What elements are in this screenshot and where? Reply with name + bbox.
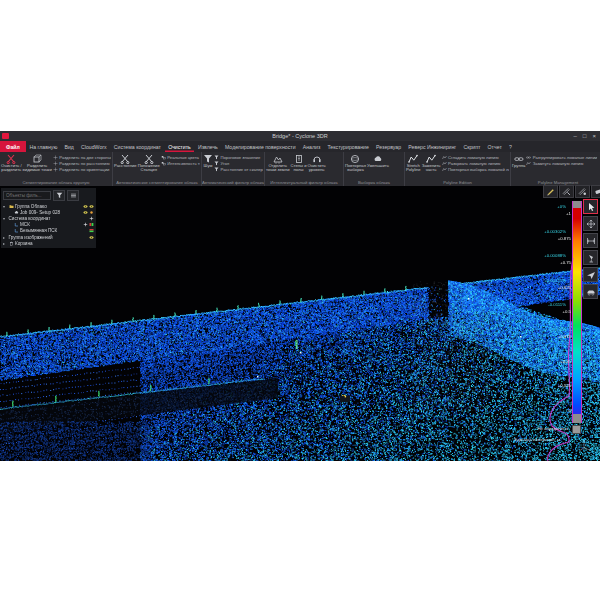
ribbon-button[interactable]: Шум xyxy=(203,153,213,168)
tree-expander-icon[interactable]: ▾ xyxy=(3,204,7,209)
menu-tab-15[interactable]: ? xyxy=(505,141,515,152)
cross-icon[interactable] xyxy=(83,222,88,227)
pencil-icon[interactable] xyxy=(543,185,558,198)
ribbon-button-small[interactable]: Расстояние от сканера xyxy=(214,167,263,172)
eye-icon[interactable] xyxy=(83,210,88,215)
ribbon-button-small-label: Реальные цвета xyxy=(167,155,199,160)
menu-tab-7[interactable]: Извлечь xyxy=(194,141,221,152)
tree-item[interactable]: ▸Корзина xyxy=(3,240,95,246)
tree-item-badges xyxy=(83,210,96,215)
ribbon-group-label: Сегментирование облака вручную xyxy=(0,179,112,186)
ribbon-group-7: ГруппаРазгруппировать ломаные линииЗамкн… xyxy=(511,152,600,186)
viewport-3d[interactable]: ▾Группа ОблакоJob 009- Setup 028▾Система… xyxy=(0,186,600,461)
menu-tab-6[interactable]: Очистить xyxy=(165,141,195,152)
split-icon xyxy=(53,155,58,160)
scale-percent-label: +0.00302% xyxy=(526,229,566,234)
move-icon[interactable] xyxy=(583,216,598,231)
ribbon-button[interactable]: Группа xyxy=(512,153,525,168)
menu-tab-11[interactable]: Резервуар xyxy=(372,141,404,152)
scale-value-label: +0.5 xyxy=(531,309,571,314)
lamp-icon[interactable] xyxy=(583,250,598,265)
ribbon-button-label: Группа xyxy=(512,164,525,168)
menu-tab-14[interactable]: Отчет xyxy=(484,141,505,152)
tree-item-label: Безымянная ПСК xyxy=(20,228,57,233)
menu-tab-3[interactable]: Вид xyxy=(61,141,78,152)
menu-tab-2[interactable]: На главную xyxy=(26,141,61,152)
ribbon-button[interactable]: Положение Станция xyxy=(138,153,160,173)
ribbon-button-label: Положение Станция xyxy=(138,164,160,173)
ribbon-group-items: ГруппаРазгруппировать ломаные линииЗамкн… xyxy=(511,152,600,179)
poly-s-icon xyxy=(526,161,531,166)
ribbon-button-small[interactable]: Интенсивность тона xyxy=(161,161,200,166)
tree-item-label: Job 009- Setup 028 xyxy=(20,210,60,215)
ribbon-button-small[interactable]: Реальные цвета xyxy=(161,155,200,160)
ribbon-button-small[interactable]: Повторная выборка ломаной линии xyxy=(442,167,510,172)
ribbon-button-small-label: Повторная выборка ломаной линии xyxy=(448,167,509,172)
ribbon-button-small[interactable]: Разделить на две стороны xyxy=(53,155,111,160)
tree-expander-icon[interactable]: ▸ xyxy=(3,235,7,240)
menu-tab-5[interactable]: Система координат xyxy=(110,141,164,152)
ribbon-button[interactable]: Стены и полы xyxy=(291,153,307,173)
eye-icon[interactable] xyxy=(89,204,94,209)
ribbon-button-small[interactable]: Замкнуть ломаную линию xyxy=(526,161,597,166)
hamburger-menu-icon[interactable] xyxy=(67,190,79,201)
menu-tab-13[interactable]: Скрипт xyxy=(460,141,484,152)
ribbon-button-small-label: Разделить на две стороны xyxy=(59,155,111,160)
ribbon-button[interactable]: Уменьшить xyxy=(367,153,389,168)
ribbon-button[interactable]: Заменить часть xyxy=(422,153,441,173)
ribbon-button-small[interactable]: Разгруппировать ломаные линии xyxy=(526,155,597,160)
ribbon-button-label: Разделить видимые точки xyxy=(23,164,52,173)
ribbon-button-small-label: Разгруппировать ломаные линии xyxy=(533,155,598,160)
ribbon-button[interactable]: Расстояние xyxy=(114,153,137,168)
ribbon-button-small[interactable]: Разделить по расстоянию xyxy=(53,161,111,166)
select-cursor-icon[interactable] xyxy=(583,199,598,214)
minimize-button[interactable]: – xyxy=(574,133,577,139)
filter-icon[interactable] xyxy=(53,190,65,201)
menu-tab-1[interactable]: Файл xyxy=(0,141,26,152)
eye-icon[interactable] xyxy=(83,204,88,209)
menu-tab-4[interactable]: CloudWorx xyxy=(77,141,110,152)
fly-icon[interactable] xyxy=(583,267,598,282)
ribbon-group-items: Повторная выборкаУменьшить xyxy=(344,152,404,179)
menu-tab-10[interactable]: Текстурирование xyxy=(324,141,373,152)
eye-icon[interactable] xyxy=(89,235,94,240)
scale-percent-label: +0.00088% xyxy=(526,253,566,258)
eraser-icon[interactable] xyxy=(591,185,600,198)
scale-value-label: +1 xyxy=(531,211,571,216)
cross-icon[interactable] xyxy=(89,216,94,221)
ribbon-button[interactable]: Очистить уровень xyxy=(308,153,326,173)
menu-tab-8[interactable]: Моделирование поверхности xyxy=(221,141,299,152)
ribbon-button-label: Расстояние xyxy=(114,164,137,168)
ribbon-group-items: Очистить / разделитьРазделить видимые то… xyxy=(0,152,112,179)
tree-item-badges xyxy=(89,216,95,221)
ribbon-group-items: Отделить точки землиСтены и полыОчистить… xyxy=(265,152,343,179)
ribbon-button[interactable]: Stretch Polyline xyxy=(406,153,421,173)
ribbon-button-small[interactable]: Разорвать ломаную линию xyxy=(442,161,510,166)
ribbon-button[interactable]: Разделить видимые точки xyxy=(23,153,52,173)
measure-a-icon[interactable] xyxy=(559,185,574,198)
ribbon-button-label: Отделить точки земли xyxy=(266,164,290,173)
measure-b-icon[interactable] xyxy=(575,185,590,198)
ribbon-button-small[interactable]: Сгладить ломаную линию xyxy=(442,155,510,160)
measure-width-icon[interactable] xyxy=(583,233,598,248)
ribbon-button-small[interactable]: Пороговое значение xyxy=(214,155,263,160)
search-input[interactable] xyxy=(3,191,51,200)
menu-tab-12[interactable]: Реверс Инжиниринг xyxy=(405,141,460,152)
menu-tab-9[interactable]: Анализ xyxy=(299,141,324,152)
cloud-icon xyxy=(14,210,19,215)
ribbon-button[interactable]: Отделить точки земли xyxy=(266,153,290,173)
ribbon-button-small[interactable]: Угол xyxy=(214,161,263,166)
ribbon-button-small[interactable]: Разделить по ориентации xyxy=(53,167,111,172)
restore-button[interactable]: □ xyxy=(583,133,587,139)
flag2-icon[interactable] xyxy=(89,228,94,233)
flag-icon[interactable] xyxy=(89,222,94,227)
close-button[interactable]: × xyxy=(592,133,596,139)
tree-expander-icon[interactable]: ▾ xyxy=(3,216,7,221)
scale-value-label: +0.25 xyxy=(531,359,571,364)
sun-icon[interactable] xyxy=(89,210,94,215)
vehicle-icon[interactable] xyxy=(583,284,598,299)
ribbon-button[interactable]: Повторная выборка xyxy=(345,153,366,173)
tree-item-badges xyxy=(83,204,96,209)
tree-expander-icon[interactable]: ▸ xyxy=(3,241,7,246)
ribbon-button[interactable]: Очистить / разделить xyxy=(1,153,22,173)
